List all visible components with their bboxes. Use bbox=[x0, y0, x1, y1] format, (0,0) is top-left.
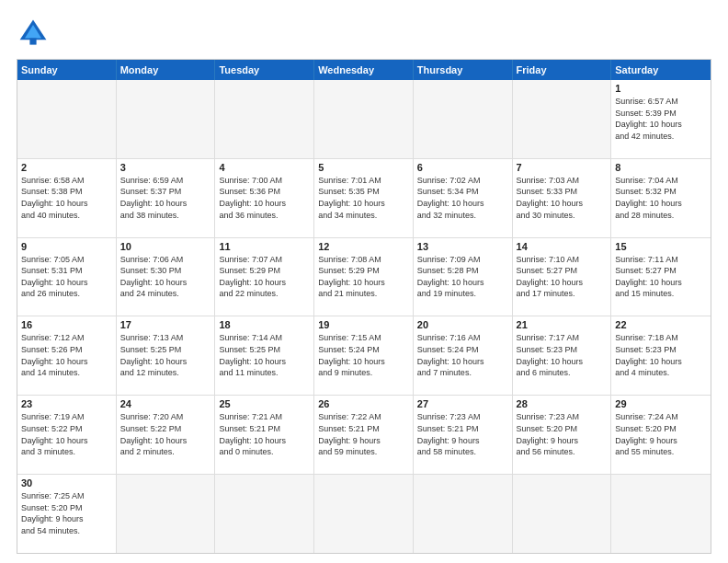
cell-info: Sunrise: 7:12 AM Sunset: 5:26 PM Dayligh… bbox=[21, 332, 112, 378]
page: SundayMondayTuesdayWednesdayThursdayFrid… bbox=[0, 0, 728, 563]
cell-info: Sunrise: 7:10 AM Sunset: 5:27 PM Dayligh… bbox=[517, 254, 608, 300]
day-number: 30 bbox=[21, 477, 112, 488]
calendar-cell: 17Sunrise: 7:13 AM Sunset: 5:25 PM Dayli… bbox=[117, 316, 216, 396]
day-number: 11 bbox=[219, 241, 310, 252]
day-number: 29 bbox=[615, 398, 707, 409]
logo-icon bbox=[17, 17, 50, 50]
calendar-cell: 6Sunrise: 7:02 AM Sunset: 5:34 PM Daylig… bbox=[414, 159, 513, 238]
calendar-cell: 26Sunrise: 7:22 AM Sunset: 5:21 PM Dayli… bbox=[314, 396, 414, 475]
cell-info: Sunrise: 7:16 AM Sunset: 5:24 PM Dayligh… bbox=[417, 332, 508, 378]
calendar-cell: 23Sunrise: 7:19 AM Sunset: 5:22 PM Dayli… bbox=[17, 396, 117, 475]
calendar-body: 1Sunrise: 6:57 AM Sunset: 5:39 PM Daylig… bbox=[17, 80, 711, 553]
calendar-cell: 16Sunrise: 7:12 AM Sunset: 5:26 PM Dayli… bbox=[17, 316, 117, 396]
cell-info: Sunrise: 7:22 AM Sunset: 5:21 PM Dayligh… bbox=[318, 411, 409, 457]
calendar-cell bbox=[611, 475, 711, 553]
cell-info: Sunrise: 7:13 AM Sunset: 5:25 PM Dayligh… bbox=[120, 332, 211, 378]
header-day-saturday: Saturday bbox=[611, 60, 711, 80]
calendar-cell: 27Sunrise: 7:23 AM Sunset: 5:21 PM Dayli… bbox=[414, 396, 513, 475]
cell-info: Sunrise: 7:19 AM Sunset: 5:22 PM Dayligh… bbox=[21, 411, 112, 457]
calendar: SundayMondayTuesdayWednesdayThursdayFrid… bbox=[17, 59, 711, 554]
day-number: 23 bbox=[21, 398, 112, 409]
calendar-cell: 30Sunrise: 7:25 AM Sunset: 5:20 PM Dayli… bbox=[17, 475, 117, 553]
day-number: 14 bbox=[517, 241, 608, 252]
cell-info: Sunrise: 7:23 AM Sunset: 5:20 PM Dayligh… bbox=[517, 411, 608, 457]
svg-rect-2 bbox=[29, 38, 36, 44]
day-number: 20 bbox=[417, 319, 508, 330]
day-number: 16 bbox=[21, 319, 112, 330]
calendar-cell: 5Sunrise: 7:01 AM Sunset: 5:35 PM Daylig… bbox=[314, 159, 414, 238]
logo bbox=[17, 17, 55, 50]
calendar-cell: 18Sunrise: 7:14 AM Sunset: 5:25 PM Dayli… bbox=[215, 316, 314, 396]
day-number: 2 bbox=[21, 162, 112, 173]
day-number: 9 bbox=[21, 241, 112, 252]
header-day-thursday: Thursday bbox=[414, 60, 513, 80]
day-number: 4 bbox=[219, 162, 310, 173]
calendar-cell: 28Sunrise: 7:23 AM Sunset: 5:20 PM Dayli… bbox=[513, 396, 612, 475]
calendar-cell: 21Sunrise: 7:17 AM Sunset: 5:23 PM Dayli… bbox=[513, 316, 612, 396]
day-number: 22 bbox=[615, 319, 707, 330]
calendar-cell: 7Sunrise: 7:03 AM Sunset: 5:33 PM Daylig… bbox=[513, 159, 612, 238]
cell-info: Sunrise: 7:20 AM Sunset: 5:22 PM Dayligh… bbox=[120, 411, 211, 457]
day-number: 19 bbox=[318, 319, 409, 330]
day-number: 12 bbox=[318, 241, 409, 252]
day-number: 1 bbox=[615, 83, 707, 94]
cell-info: Sunrise: 7:18 AM Sunset: 5:23 PM Dayligh… bbox=[615, 332, 707, 378]
cell-info: Sunrise: 7:24 AM Sunset: 5:20 PM Dayligh… bbox=[615, 411, 707, 457]
calendar-cell: 10Sunrise: 7:06 AM Sunset: 5:30 PM Dayli… bbox=[117, 238, 216, 317]
calendar-cell: 2Sunrise: 6:58 AM Sunset: 5:38 PM Daylig… bbox=[17, 159, 117, 238]
calendar-cell bbox=[117, 80, 216, 159]
header bbox=[17, 17, 711, 50]
day-number: 5 bbox=[318, 162, 409, 173]
calendar-cell: 4Sunrise: 7:00 AM Sunset: 5:36 PM Daylig… bbox=[215, 159, 314, 238]
calendar-cell: 24Sunrise: 7:20 AM Sunset: 5:22 PM Dayli… bbox=[117, 396, 216, 475]
day-number: 25 bbox=[219, 398, 310, 409]
cell-info: Sunrise: 6:59 AM Sunset: 5:37 PM Dayligh… bbox=[120, 175, 211, 221]
day-number: 21 bbox=[517, 319, 608, 330]
calendar-cell: 29Sunrise: 7:24 AM Sunset: 5:20 PM Dayli… bbox=[611, 396, 711, 475]
day-number: 7 bbox=[517, 162, 608, 173]
calendar-cell bbox=[414, 80, 513, 159]
day-number: 6 bbox=[417, 162, 508, 173]
cell-info: Sunrise: 6:58 AM Sunset: 5:38 PM Dayligh… bbox=[21, 175, 112, 221]
calendar-cell bbox=[117, 475, 216, 553]
day-number: 8 bbox=[615, 162, 707, 173]
cell-info: Sunrise: 7:09 AM Sunset: 5:28 PM Dayligh… bbox=[417, 254, 508, 300]
day-number: 18 bbox=[219, 319, 310, 330]
cell-info: Sunrise: 7:17 AM Sunset: 5:23 PM Dayligh… bbox=[517, 332, 608, 378]
calendar-cell bbox=[314, 475, 414, 553]
day-number: 3 bbox=[120, 162, 211, 173]
calendar-cell: 15Sunrise: 7:11 AM Sunset: 5:27 PM Dayli… bbox=[611, 238, 711, 317]
day-number: 28 bbox=[517, 398, 608, 409]
cell-info: Sunrise: 7:00 AM Sunset: 5:36 PM Dayligh… bbox=[219, 175, 310, 221]
header-day-monday: Monday bbox=[117, 60, 216, 80]
calendar-cell bbox=[414, 475, 513, 553]
calendar-cell: 3Sunrise: 6:59 AM Sunset: 5:37 PM Daylig… bbox=[117, 159, 216, 238]
cell-info: Sunrise: 7:04 AM Sunset: 5:32 PM Dayligh… bbox=[615, 175, 707, 221]
calendar-cell: 14Sunrise: 7:10 AM Sunset: 5:27 PM Dayli… bbox=[513, 238, 612, 317]
cell-info: Sunrise: 7:23 AM Sunset: 5:21 PM Dayligh… bbox=[417, 411, 508, 457]
day-number: 17 bbox=[120, 319, 211, 330]
calendar-cell bbox=[215, 475, 314, 553]
day-number: 10 bbox=[120, 241, 211, 252]
cell-info: Sunrise: 7:21 AM Sunset: 5:21 PM Dayligh… bbox=[219, 411, 310, 457]
cell-info: Sunrise: 6:57 AM Sunset: 5:39 PM Dayligh… bbox=[615, 96, 707, 142]
calendar-header: SundayMondayTuesdayWednesdayThursdayFrid… bbox=[17, 60, 711, 80]
cell-info: Sunrise: 7:02 AM Sunset: 5:34 PM Dayligh… bbox=[417, 175, 508, 221]
cell-info: Sunrise: 7:25 AM Sunset: 5:20 PM Dayligh… bbox=[21, 490, 112, 536]
header-day-friday: Friday bbox=[513, 60, 612, 80]
calendar-cell bbox=[215, 80, 314, 159]
day-number: 26 bbox=[318, 398, 409, 409]
calendar-cell bbox=[17, 80, 117, 159]
calendar-cell: 11Sunrise: 7:07 AM Sunset: 5:29 PM Dayli… bbox=[215, 238, 314, 317]
calendar-cell bbox=[513, 475, 612, 553]
cell-info: Sunrise: 7:07 AM Sunset: 5:29 PM Dayligh… bbox=[219, 254, 310, 300]
calendar-cell: 1Sunrise: 6:57 AM Sunset: 5:39 PM Daylig… bbox=[611, 80, 711, 159]
calendar-cell bbox=[314, 80, 414, 159]
calendar-cell: 8Sunrise: 7:04 AM Sunset: 5:32 PM Daylig… bbox=[611, 159, 711, 238]
cell-info: Sunrise: 7:15 AM Sunset: 5:24 PM Dayligh… bbox=[318, 332, 409, 378]
day-number: 13 bbox=[417, 241, 508, 252]
day-number: 15 bbox=[615, 241, 707, 252]
cell-info: Sunrise: 7:03 AM Sunset: 5:33 PM Dayligh… bbox=[517, 175, 608, 221]
calendar-cell: 25Sunrise: 7:21 AM Sunset: 5:21 PM Dayli… bbox=[215, 396, 314, 475]
calendar-cell: 20Sunrise: 7:16 AM Sunset: 5:24 PM Dayli… bbox=[414, 316, 513, 396]
